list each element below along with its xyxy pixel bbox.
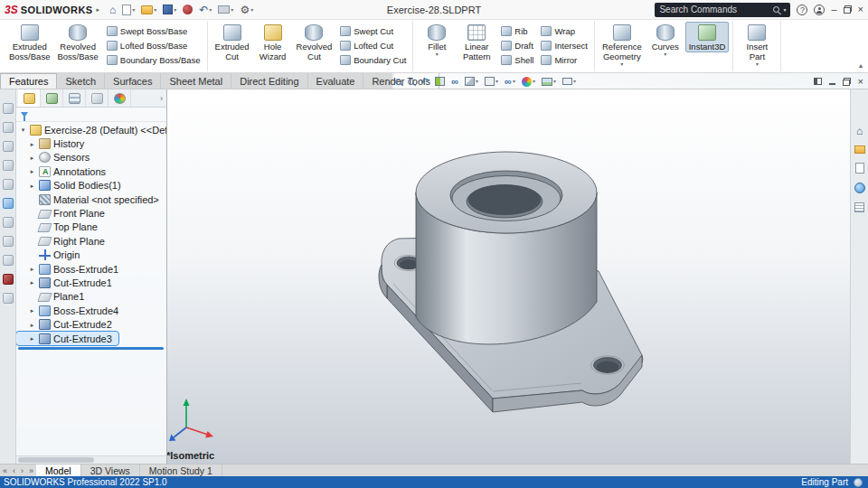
tab-features[interactable]: Features <box>0 73 57 89</box>
extruded-cut-button[interactable]: Extruded Cut <box>212 22 253 62</box>
view-orientation-button[interactable]: ▾ <box>465 77 478 86</box>
home-tab-icon[interactable]: ⌂ <box>856 126 863 136</box>
displaymanager-tab[interactable] <box>108 89 131 107</box>
tree-item-cut-extrude2[interactable]: ▸ Cut-Extrude2 <box>16 317 166 331</box>
apply-scene-button[interactable]: ▾ <box>542 78 556 86</box>
panel-expand-icon[interactable]: › <box>160 94 166 103</box>
tree-item-plane1[interactable]: Plane1 <box>16 290 166 304</box>
expand-arrow-icon[interactable]: ▸ <box>28 183 36 189</box>
dynamic-annotation-button[interactable]: ∞ <box>451 77 458 87</box>
linear-pattern-button[interactable]: Linear Pattern <box>457 22 496 62</box>
mirror-button[interactable]: Mirror <box>538 53 590 66</box>
design-library-icon[interactable] <box>854 145 865 154</box>
window-tool-icon[interactable] <box>3 293 14 304</box>
curves-button[interactable]: Curves ▾ <box>646 22 685 59</box>
dimension-tool-icon[interactable] <box>3 160 14 171</box>
tab-model[interactable]: Model <box>36 465 81 476</box>
close-window-button[interactable]: × <box>858 5 863 14</box>
menu-arrow-icon[interactable]: ▸ <box>96 6 99 14</box>
tree-item-right-plane[interactable]: Right Plane <box>16 234 166 248</box>
tree-item-history[interactable]: ▸ History <box>16 136 166 150</box>
zoom-to-area-button[interactable] <box>408 79 414 85</box>
propertymanager-tab[interactable] <box>41 89 63 107</box>
close-document-button[interactable]: × <box>858 77 863 87</box>
revolved-boss-base-button[interactable]: Revolved Boss/Base <box>53 22 101 62</box>
user-account-icon[interactable] <box>814 5 825 15</box>
expand-arrow-icon[interactable]: ▸ <box>28 155 36 161</box>
shell-button[interactable]: Shell <box>498 53 536 66</box>
rollback-bar[interactable] <box>18 347 164 350</box>
tab-direct-editing[interactable]: Direct Editing <box>231 73 307 89</box>
tab-motion-study[interactable]: Motion Study 1 <box>140 465 222 476</box>
edit-appearance-button[interactable]: ▾ <box>522 77 535 87</box>
open-button[interactable]: ▾ <box>139 2 158 18</box>
expand-arrow-icon[interactable]: ▸ <box>28 266 36 272</box>
last-tab-button[interactable]: » <box>26 465 36 476</box>
search-box[interactable]: ▾ <box>655 3 790 17</box>
instant3d-button[interactable]: Instant3D <box>685 22 730 52</box>
tab-sheet-metal[interactable]: Sheet Metal <box>161 73 231 89</box>
swept-boss-base-button[interactable]: Swept Boss/Base <box>104 24 203 37</box>
tree-item-front-plane[interactable]: Front Plane <box>16 206 166 220</box>
tree-item-origin[interactable]: Origin <box>16 249 166 262</box>
boundary-cut-button[interactable]: Boundary Cut <box>337 53 409 66</box>
save-button[interactable]: ▾ <box>161 2 178 18</box>
expand-arrow-icon[interactable]: ▸ <box>28 307 36 314</box>
previous-view-button[interactable]: ↶ <box>420 77 429 87</box>
tree-item-boss-extrude1[interactable]: ▸ Boss-Extrude1 <box>16 262 166 276</box>
sketch-tool-icon[interactable] <box>3 141 14 152</box>
expand-arrow-icon[interactable]: ▸ <box>28 322 36 328</box>
search-input[interactable] <box>659 5 769 14</box>
tab-surfaces[interactable]: Surfaces <box>105 73 161 89</box>
expand-arrow-icon[interactable]: ▸ <box>28 168 36 174</box>
tree-item-top-plane[interactable]: Top Plane <box>16 221 166 234</box>
restore-window-button[interactable] <box>844 5 852 14</box>
next-tab-button[interactable]: › <box>18 465 26 476</box>
tree-filter-row[interactable] <box>16 108 166 122</box>
intersect-button[interactable]: Intersect <box>538 39 590 52</box>
expand-arrow-icon[interactable]: ▸ <box>28 141 36 147</box>
display-style-button[interactable]: ▾ <box>485 77 498 86</box>
insert-part-button[interactable]: Insert Part ▾ <box>737 22 777 70</box>
arrow-tool-icon[interactable] <box>3 217 14 228</box>
pin-tool-icon[interactable] <box>3 103 14 114</box>
lofted-cut-button[interactable]: Lofted Cut <box>337 39 409 52</box>
tree-item-annotations[interactable]: ▸ Annotations <box>16 164 166 178</box>
first-tab-button[interactable]: « <box>0 465 10 476</box>
select-tool-icon[interactable] <box>3 122 14 133</box>
minimize-window-button[interactable]: – <box>831 5 836 14</box>
collapse-arrow-icon[interactable]: ▾ <box>19 127 27 133</box>
tree-item-boss-extrude4[interactable]: ▸ Boss-Extrude4 <box>16 304 166 317</box>
tab-3d-views[interactable]: 3D Views <box>81 465 140 476</box>
extruded-boss-base-button[interactable]: Extruded Boss/Base <box>5 22 53 62</box>
lofted-boss-base-button[interactable]: Lofted Boss/Base <box>104 39 203 52</box>
tree-item-material[interactable]: Material <not specified> <box>16 192 166 206</box>
tab-sketch[interactable]: Sketch <box>57 73 105 89</box>
expand-arrow-icon[interactable]: ▸ <box>28 335 36 342</box>
custom-properties-icon[interactable] <box>854 202 864 212</box>
tree-horizontal-scrollbar[interactable] <box>16 455 166 464</box>
configurationmanager-tab[interactable] <box>63 89 86 107</box>
zoom-to-fit-button[interactable] <box>395 79 401 85</box>
tree-item-sensors[interactable]: ▸ Sensors <box>16 151 166 164</box>
tree-item-cut-extrude1[interactable]: ▸ Cut-Extrude1 <box>16 276 166 289</box>
draft-button[interactable]: Draft <box>498 39 536 52</box>
trim-tool-icon[interactable] <box>3 179 14 190</box>
search-dropdown-icon[interactable]: ▾ <box>783 7 786 13</box>
reference-geometry-button[interactable]: Reference Geometry ▾ <box>599 22 646 70</box>
pane-toggle-icon[interactable] <box>814 78 822 85</box>
options-button[interactable]: ⚙▾ <box>238 2 255 18</box>
fillet-button[interactable]: Fillet ▾ <box>417 22 457 59</box>
online-resources-icon[interactable] <box>854 183 865 193</box>
solid-body-tool-icon[interactable] <box>3 198 14 209</box>
scrollbar-thumb[interactable] <box>18 457 94 463</box>
revolved-cut-button[interactable]: Revolved Cut <box>293 22 336 62</box>
home-button[interactable]: ⌂ <box>108 2 118 18</box>
rib-button[interactable]: Rib <box>498 24 536 37</box>
featuremanager-tree-tab[interactable] <box>18 89 41 107</box>
restore-document-button[interactable] <box>843 78 851 86</box>
wrap-button[interactable]: Wrap <box>538 24 590 37</box>
collapse-ribbon-button[interactable]: ▴ <box>859 61 863 70</box>
undo-button[interactable]: ↶▾ <box>197 2 213 18</box>
part-model[interactable] <box>379 152 643 412</box>
